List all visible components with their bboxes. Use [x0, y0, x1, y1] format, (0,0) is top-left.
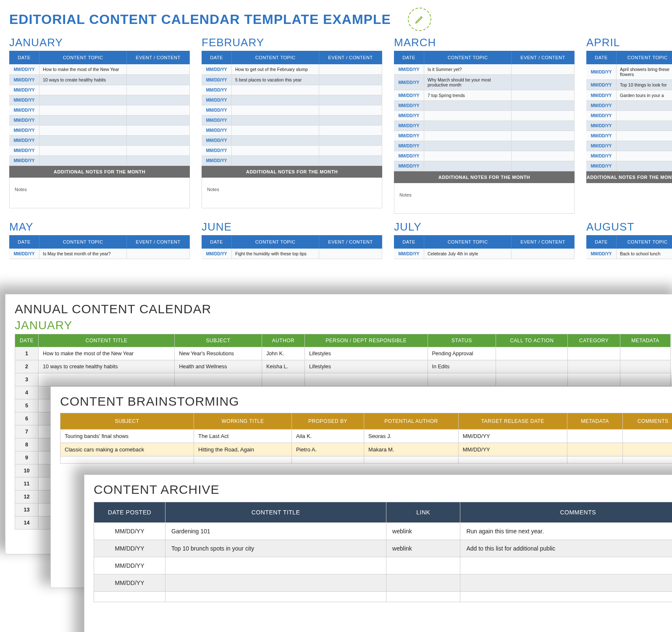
- date-cell[interactable]: MM/DD/YY: [202, 95, 232, 105]
- date-cell[interactable]: MM/DD/YY: [394, 101, 424, 110]
- topic-cell[interactable]: [39, 85, 127, 95]
- event-cell[interactable]: [127, 126, 190, 135]
- date-cell[interactable]: MM/DD/YY: [586, 64, 617, 79]
- cell[interactable]: [386, 557, 460, 574]
- cell[interactable]: MM/DD/YY: [94, 557, 165, 574]
- cell[interactable]: weblink: [386, 540, 460, 557]
- cell[interactable]: 7: [15, 425, 39, 438]
- cell[interactable]: [386, 574, 460, 592]
- cell[interactable]: [460, 592, 672, 602]
- cell[interactable]: Keisha L.: [262, 360, 304, 373]
- date-cell[interactable]: MM/DD/YY: [394, 75, 424, 90]
- topic-cell[interactable]: [232, 156, 319, 165]
- date-cell[interactable]: MM/DD/YY: [586, 101, 617, 110]
- cell[interactable]: Run again this time next year.: [460, 523, 672, 540]
- cell[interactable]: [623, 456, 672, 464]
- event-cell[interactable]: [127, 249, 190, 259]
- cell[interactable]: [194, 456, 292, 464]
- cell[interactable]: 14: [15, 517, 39, 530]
- event-cell[interactable]: [319, 126, 382, 135]
- topic-cell[interactable]: [232, 126, 319, 135]
- topic-cell[interactable]: April showers bring these flowers: [617, 64, 672, 79]
- event-cell[interactable]: [512, 64, 575, 74]
- topic-cell[interactable]: [39, 156, 127, 165]
- cell[interactable]: New Year's Resolutions: [175, 347, 262, 360]
- cell[interactable]: MM/DD/YY: [458, 430, 567, 443]
- topic-cell[interactable]: [424, 141, 512, 151]
- topic-cell[interactable]: How to get out of the February slump: [232, 64, 319, 74]
- topic-cell[interactable]: [232, 95, 319, 105]
- event-cell[interactable]: [319, 136, 382, 145]
- topic-cell[interactable]: How to make the most of the New Year: [39, 64, 127, 74]
- date-cell[interactable]: MM/DD/YY: [586, 249, 617, 259]
- date-cell[interactable]: MM/DD/YY: [202, 115, 232, 125]
- date-cell[interactable]: MM/DD/YY: [394, 64, 424, 74]
- cell[interactable]: Top 10 brunch spots in your city: [165, 540, 386, 557]
- cell[interactable]: 3: [15, 373, 39, 386]
- cell[interactable]: John K.: [262, 347, 304, 360]
- cell[interactable]: [496, 347, 568, 360]
- event-cell[interactable]: [319, 105, 382, 115]
- event-cell[interactable]: [512, 111, 575, 121]
- event-cell[interactable]: [512, 141, 575, 151]
- topic-cell[interactable]: [232, 146, 319, 155]
- cell[interactable]: 9: [15, 451, 39, 464]
- cell[interactable]: [60, 456, 194, 464]
- event-cell[interactable]: [512, 75, 575, 90]
- date-cell[interactable]: MM/DD/YY: [9, 126, 39, 135]
- cell[interactable]: Gardening 101: [165, 523, 386, 540]
- event-cell[interactable]: [319, 64, 382, 74]
- topic-cell[interactable]: [232, 115, 319, 125]
- date-cell[interactable]: MM/DD/YY: [394, 131, 424, 141]
- cell[interactable]: 4: [15, 386, 39, 399]
- event-cell[interactable]: [127, 85, 190, 95]
- date-cell[interactable]: MM/DD/YY: [9, 105, 39, 115]
- cell[interactable]: [428, 373, 496, 386]
- topic-cell[interactable]: [424, 131, 512, 141]
- topic-cell[interactable]: [617, 161, 672, 171]
- cell[interactable]: In Edits: [428, 360, 496, 373]
- cell[interactable]: [568, 373, 620, 386]
- topic-cell[interactable]: [617, 141, 672, 151]
- event-cell[interactable]: [512, 121, 575, 131]
- cell[interactable]: [623, 443, 672, 456]
- topic-cell[interactable]: [424, 111, 512, 121]
- cell[interactable]: Makara M.: [364, 443, 459, 456]
- date-cell[interactable]: MM/DD/YY: [202, 64, 232, 74]
- topic-cell[interactable]: Celebrate July 4th in style: [424, 249, 512, 259]
- cell[interactable]: Aila K.: [291, 430, 364, 443]
- cell[interactable]: Classic cars making a comeback: [60, 443, 194, 456]
- cell[interactable]: Lifestyles: [304, 347, 428, 360]
- date-cell[interactable]: MM/DD/YY: [586, 121, 617, 131]
- date-cell[interactable]: MM/DD/YY: [9, 95, 39, 105]
- event-cell[interactable]: [319, 156, 382, 165]
- notes-body[interactable]: Notes: [202, 178, 382, 208]
- event-cell[interactable]: [127, 146, 190, 155]
- cell[interactable]: 6: [15, 412, 39, 425]
- cell[interactable]: MM/DD/YY: [94, 523, 165, 540]
- cell[interactable]: Lifestyles: [304, 360, 428, 373]
- date-cell[interactable]: MM/DD/YY: [9, 146, 39, 155]
- event-cell[interactable]: [512, 101, 575, 110]
- date-cell[interactable]: MM/DD/YY: [202, 75, 232, 85]
- date-cell[interactable]: MM/DD/YY: [202, 85, 232, 95]
- topic-cell[interactable]: [424, 151, 512, 161]
- date-cell[interactable]: MM/DD/YY: [394, 90, 424, 100]
- cell[interactable]: [496, 360, 568, 373]
- cell[interactable]: 5: [15, 399, 39, 412]
- event-cell[interactable]: [127, 156, 190, 165]
- notes-body[interactable]: Notes: [394, 183, 575, 214]
- cell[interactable]: [620, 373, 671, 386]
- topic-cell[interactable]: [39, 95, 127, 105]
- topic-cell[interactable]: [617, 111, 672, 121]
- cell[interactable]: Pietro A.: [291, 443, 364, 456]
- event-cell[interactable]: [127, 115, 190, 125]
- cell[interactable]: [165, 557, 386, 574]
- cell[interactable]: [165, 574, 386, 592]
- cell[interactable]: [94, 592, 165, 602]
- date-cell[interactable]: MM/DD/YY: [9, 85, 39, 95]
- topic-cell[interactable]: [617, 131, 672, 141]
- topic-cell[interactable]: Fight the humidity with these top tips: [232, 249, 319, 259]
- cell[interactable]: [620, 360, 671, 373]
- cell[interactable]: 10 ways to create healthy habits: [39, 360, 175, 373]
